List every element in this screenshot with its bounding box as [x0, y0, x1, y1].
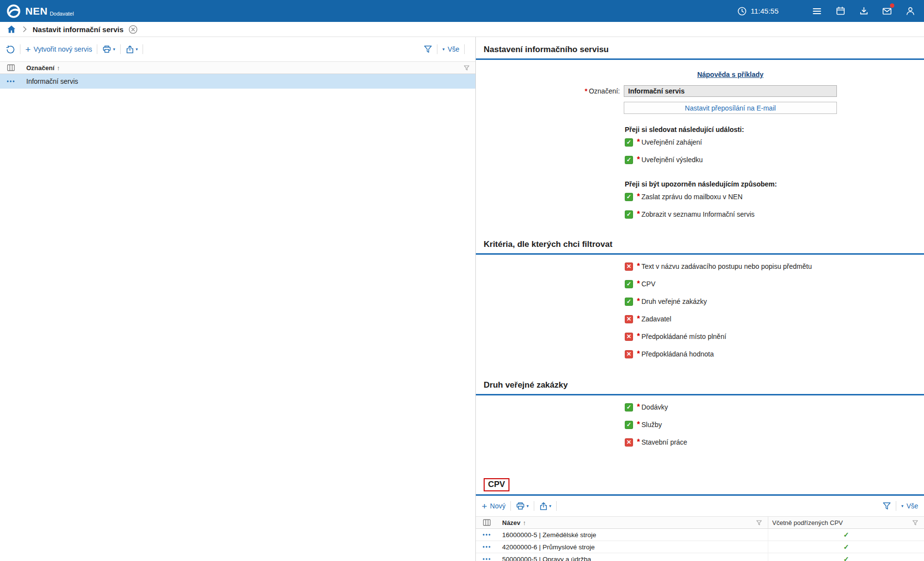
- checkbox-label: Druh veřejné zakázky: [641, 298, 707, 305]
- export-icon[interactable]: ▾: [126, 45, 138, 54]
- checkbox-label: Stavební práce: [641, 438, 687, 446]
- create-servis-label: Vytvořit nový servis: [34, 45, 92, 53]
- calendar-icon[interactable]: [829, 0, 852, 22]
- checkbox-label: Zadavatel: [641, 315, 671, 323]
- event-row: * Uveřejnění zahájení: [625, 133, 924, 151]
- cpv-heading-row: CPV: [476, 452, 924, 494]
- checkbox-unchecked-icon[interactable]: [625, 438, 633, 447]
- cpv-row[interactable]: 42000000-6 | Průmyslové stroje: [476, 541, 924, 553]
- plus-icon: +: [25, 45, 31, 54]
- checkbox-checked-icon[interactable]: [625, 193, 633, 201]
- clock-widget: 11:45:55: [737, 6, 779, 16]
- topbar: NEN Dodavatel 11:45:55: [0, 0, 924, 22]
- criteria-body: * Text v názvu zadávacího postupu nebo p…: [476, 255, 924, 364]
- show-all-label: Vše: [448, 45, 459, 53]
- checkbox-checked-icon[interactable]: [625, 403, 633, 411]
- breadcrumb: Nastavit informační servis: [0, 22, 924, 37]
- cpv-name-text: 42000000-6 | Průmyslové stroje: [497, 543, 595, 551]
- checkbox-checked-icon[interactable]: [625, 421, 633, 429]
- checkbox-label: Zobrazit v seznamu Informační servis: [641, 210, 755, 218]
- checkbox-unchecked-icon[interactable]: [625, 350, 633, 358]
- designation-label: *Označení:: [476, 87, 620, 95]
- mail-icon[interactable]: [875, 0, 899, 22]
- column-filter-icon[interactable]: [464, 65, 470, 71]
- app: NEN Dodavatel 11:45:55: [0, 0, 924, 561]
- checkbox-unchecked-icon[interactable]: [625, 333, 633, 341]
- column-header-oznaceni[interactable]: Označení ↑: [21, 64, 60, 72]
- filter-presets-button[interactable]: ▾ Vše: [442, 45, 459, 53]
- refresh-icon[interactable]: [6, 45, 15, 54]
- email-forwarding-button[interactable]: Nastavit přeposílání na E-mail: [624, 102, 837, 114]
- cpv-cell-name: 50000000-5 | Opravy a údržba: [497, 553, 768, 561]
- cpv-table: Název ↑ Včetně podřízených CPV: [476, 516, 924, 561]
- column-filter-icon[interactable]: [756, 520, 762, 525]
- checkbox-checked-icon[interactable]: [625, 156, 633, 164]
- row-menu-icon[interactable]: [0, 80, 21, 83]
- event-row: * Uveřejnění výsledku: [625, 151, 924, 168]
- show-all-label: Vše: [906, 502, 918, 510]
- settings-form: Nápověda s příklady *Označení: Nastavit …: [476, 60, 924, 223]
- row-menu-icon[interactable]: [476, 558, 497, 561]
- column-filter-icon[interactable]: [912, 520, 918, 525]
- cpv-cell-name: 16000000-5 | Zemědělské stroje: [497, 529, 768, 541]
- row-menu-icon[interactable]: [476, 545, 497, 548]
- cpv-toolbar: + Nový ▾ ▾: [476, 496, 924, 516]
- cpv-row[interactable]: 50000000-5 | Opravy a údržba: [476, 553, 924, 561]
- caret-down-icon: ▾: [442, 47, 445, 52]
- export-icon[interactable]: ▾: [539, 502, 552, 511]
- print-icon[interactable]: ▾: [516, 502, 529, 510]
- notify-row: * Zobrazit v seznamu Informační servis: [625, 206, 924, 223]
- cpv-new-button[interactable]: + Nový: [482, 502, 506, 511]
- menu-icon[interactable]: [805, 0, 829, 22]
- cpv-name-text: 16000000-5 | Zemědělské stroje: [497, 531, 596, 539]
- criteria-row: * Druh veřejné zakázky: [625, 293, 924, 310]
- servis-list-row[interactable]: Informační servis: [0, 74, 475, 89]
- topbar-actions: 11:45:55: [737, 0, 924, 22]
- plus-icon: +: [482, 502, 487, 511]
- checkbox-checked-icon[interactable]: [625, 280, 633, 288]
- filter-icon[interactable]: [883, 502, 891, 510]
- print-icon[interactable]: ▾: [102, 45, 115, 54]
- checkbox-checked-icon[interactable]: [625, 210, 633, 219]
- cpv-row[interactable]: 16000000-5 | Zemědělské stroje: [476, 529, 924, 541]
- close-tab-icon[interactable]: [128, 25, 138, 34]
- column-settings-icon[interactable]: [0, 64, 21, 72]
- row-menu-icon[interactable]: [476, 533, 497, 536]
- toolbar-separator: [464, 44, 465, 54]
- checkbox-checked-icon[interactable]: [625, 298, 633, 306]
- required-asterisk: *: [637, 332, 640, 341]
- criteria-row: * Text v názvu zadávacího postupu nebo p…: [625, 258, 924, 275]
- brand[interactable]: NEN Dodavatel: [6, 3, 74, 19]
- breadcrumb-title: Nastavit informační servis: [33, 25, 124, 34]
- section-title-contract-type: Druh veřejné zakázky: [476, 364, 924, 394]
- notify-row: * Zaslat zprávu do mailboxu v NEN: [625, 188, 924, 206]
- cpv-cell-included: [768, 541, 924, 553]
- contract-type-body: * Dodávky * Služby * Stavební práce: [476, 395, 924, 452]
- caret-down-icon: ▾: [526, 504, 529, 508]
- help-link[interactable]: Nápověda s příklady: [624, 71, 837, 78]
- checkbox-unchecked-icon[interactable]: [625, 315, 633, 323]
- sort-ascending-icon: ↑: [57, 64, 60, 72]
- column-header-nazev[interactable]: Název ↑: [497, 519, 526, 526]
- column-settings-icon[interactable]: [476, 519, 497, 526]
- list-toolbar: + Vytvořit nový servis ▾ ▾: [0, 37, 475, 61]
- toolbar-separator: [120, 44, 121, 54]
- checkbox-unchecked-icon[interactable]: [625, 262, 633, 271]
- create-servis-button[interactable]: + Vytvořit nový servis: [25, 45, 92, 54]
- download-icon[interactable]: [852, 0, 875, 22]
- section-title-cpv: CPV: [484, 478, 509, 491]
- designation-input[interactable]: [624, 85, 837, 97]
- home-icon[interactable]: [7, 25, 16, 34]
- filter-icon[interactable]: [424, 45, 432, 53]
- notify-heading: Přeji si být upozorněn následujícím způs…: [625, 180, 924, 188]
- cpv-column-children: Včetně podřízených CPV: [768, 517, 924, 528]
- criteria-row: * Zadavatel: [625, 310, 924, 328]
- user-icon[interactable]: [899, 0, 922, 22]
- cpv-cell-name: 42000000-6 | Průmyslové stroje: [497, 541, 768, 553]
- checkbox-label: Zaslat zprávu do mailboxu v NEN: [641, 193, 743, 201]
- checkbox-checked-icon[interactable]: [625, 138, 633, 147]
- section-title-settings: Nastavení informačního servisu: [476, 37, 924, 58]
- caret-down-icon: ▾: [113, 47, 115, 52]
- contract-type-row: * Služby: [625, 416, 924, 433]
- filter-presets-button[interactable]: ▾ Vše: [901, 502, 918, 510]
